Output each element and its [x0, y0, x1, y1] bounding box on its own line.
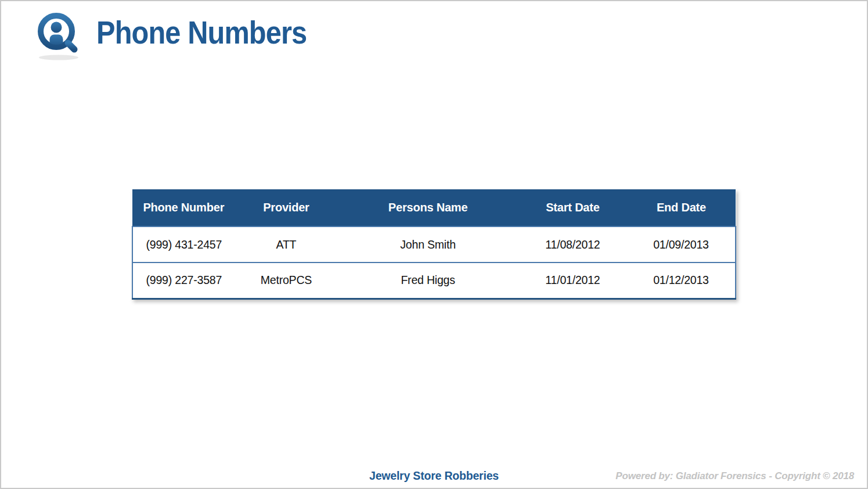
column-header: Start Date [518, 189, 627, 226]
table-cell: 11/08/2012 [518, 226, 627, 263]
footer-copyright: Powered by: Gladiator Forensics - Copyri… [615, 470, 854, 482]
phone-numbers-table: Phone NumberProviderPersons NameStart Da… [132, 189, 736, 300]
table-cell: ATT [235, 226, 338, 263]
column-header: Phone Number [132, 189, 235, 226]
person-search-icon [35, 10, 82, 63]
table-cell: Fred Higgs [337, 263, 518, 299]
table-cell: (999) 227-3587 [132, 263, 235, 299]
column-header: End Date [627, 189, 736, 226]
table-cell: MetroPCS [235, 263, 338, 299]
phone-numbers-table-container: Phone NumberProviderPersons NameStart Da… [132, 189, 736, 300]
column-header: Persons Name [337, 189, 518, 226]
table-cell: 01/12/2013 [627, 263, 736, 299]
page-header: Phone Numbers [35, 10, 338, 63]
table-cell: 11/01/2012 [518, 263, 627, 299]
table-body: (999) 431-2457ATTJohn Smith11/08/201201/… [132, 226, 736, 299]
table-header-row: Phone NumberProviderPersons NameStart Da… [132, 189, 736, 226]
table-row: (999) 431-2457ATTJohn Smith11/08/201201/… [132, 226, 736, 263]
table-header: Phone NumberProviderPersons NameStart Da… [132, 189, 736, 226]
page-title: Phone Numbers [96, 15, 307, 50]
table-cell: (999) 431-2457 [132, 226, 235, 263]
table-row: (999) 227-3587MetroPCSFred Higgs11/01/20… [132, 263, 736, 299]
table-cell: 01/09/2013 [627, 226, 736, 263]
table-cell: John Smith [337, 226, 518, 263]
column-header: Provider [235, 189, 338, 226]
